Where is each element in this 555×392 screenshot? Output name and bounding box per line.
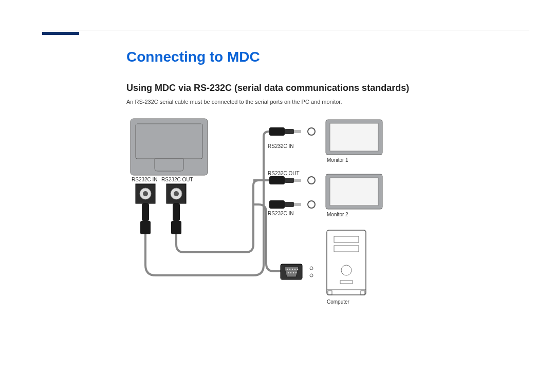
port-out-icon: [166, 184, 186, 203]
jack-plug-3-icon: [269, 200, 315, 209]
svg-point-7: [174, 191, 179, 196]
svg-point-31: [297, 269, 299, 270]
svg-point-30: [294, 269, 296, 270]
svg-point-34: [293, 272, 294, 274]
accent-bar: [42, 32, 79, 35]
page-description: An RS-232C serial cable must be connecte…: [126, 99, 529, 105]
cable-2-icon: [176, 180, 276, 252]
jack-plug-1-icon: [269, 127, 315, 136]
page-subtitle: Using MDC via RS-232C (serial data commu…: [126, 83, 529, 94]
svg-rect-44: [340, 281, 353, 284]
svg-rect-42: [334, 246, 359, 252]
svg-rect-10: [173, 203, 180, 221]
page-rule: [42, 30, 529, 30]
db9-connector-icon: [281, 264, 313, 279]
svg-rect-46: [328, 291, 332, 295]
svg-rect-9: [140, 221, 151, 234]
svg-rect-21: [285, 202, 294, 207]
jack-plug-2-icon: [269, 176, 315, 184]
svg-rect-41: [334, 236, 359, 242]
svg-point-23: [308, 201, 315, 208]
svg-rect-8: [142, 203, 149, 221]
plug-down-left-icon: [140, 203, 151, 234]
svg-rect-18: [294, 179, 301, 182]
svg-point-29: [292, 269, 293, 270]
svg-rect-37: [330, 123, 378, 151]
svg-rect-22: [294, 203, 301, 206]
svg-point-26: [310, 274, 313, 277]
svg-rect-11: [171, 221, 181, 234]
computer-tower-icon: [327, 230, 366, 295]
svg-rect-16: [269, 176, 285, 184]
plug-down-right-icon: [171, 203, 181, 234]
svg-point-27: [287, 269, 288, 270]
port-in-icon: [136, 184, 155, 203]
cable-3-icon: [253, 204, 282, 271]
svg-point-25: [310, 267, 313, 270]
svg-rect-17: [285, 178, 294, 183]
svg-rect-47: [361, 291, 365, 295]
monitor-back-panel-icon: [131, 119, 208, 175]
connection-diagram: RS232C IN RS232C OUT RS232C IN RS232C OU…: [126, 116, 414, 316]
svg-rect-39: [330, 178, 378, 206]
svg-rect-14: [294, 130, 301, 133]
svg-point-32: [288, 272, 289, 274]
svg-point-15: [308, 128, 315, 135]
svg-rect-13: [285, 129, 294, 134]
svg-point-35: [295, 272, 297, 274]
diagram-svg: [126, 116, 414, 316]
svg-rect-12: [269, 127, 285, 136]
page-title: Connecting to MDC: [126, 49, 529, 65]
svg-rect-40: [327, 230, 366, 295]
monitor2-icon: [326, 174, 382, 209]
svg-point-4: [143, 191, 148, 196]
svg-point-19: [308, 177, 315, 184]
monitor1-icon: [326, 120, 382, 155]
svg-rect-20: [269, 200, 285, 209]
svg-point-33: [290, 272, 292, 274]
svg-point-28: [289, 269, 291, 270]
svg-point-43: [341, 265, 351, 275]
content-area: Connecting to MDC Using MDC via RS-232C …: [126, 49, 529, 316]
